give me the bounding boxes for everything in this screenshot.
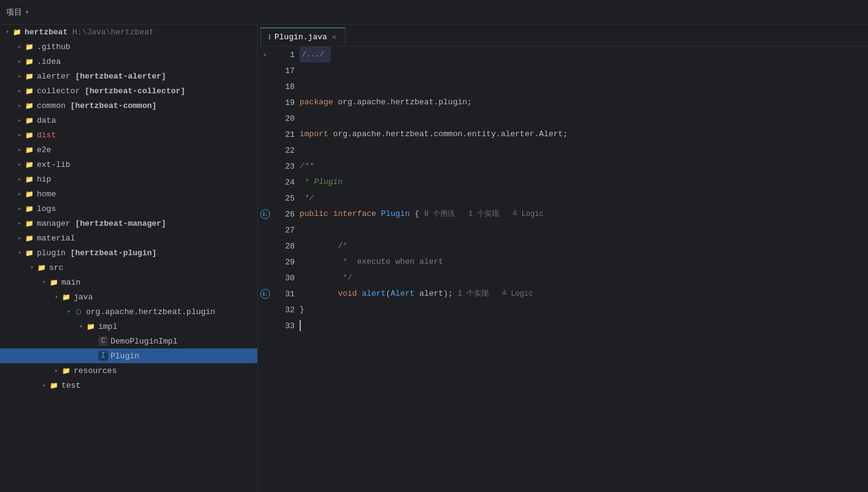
sidebar-item-impl-dir[interactable]: 📁 impl bbox=[0, 319, 257, 334]
sidebar-item-dist[interactable]: 📁 dist bbox=[0, 128, 257, 142]
expand-arrow[interactable] bbox=[15, 101, 25, 110]
java-impl-icon: C bbox=[98, 336, 108, 346]
sidebar-item-material[interactable]: 📁 material bbox=[0, 231, 257, 245]
main-layout: 📁 hertzbeat H:\Java\hertzbeat 📁 .github … bbox=[0, 25, 868, 492]
indent bbox=[300, 286, 338, 302]
folder-icon: 📁 bbox=[25, 174, 34, 184]
code-line-24: * Plugin bbox=[295, 174, 868, 190]
editor-area: ℹ Plugin.java ✕ 1 17 bbox=[258, 25, 868, 492]
code-content[interactable]: /.../ package org.apache.hertzbeat.plugi… bbox=[295, 47, 868, 492]
expand-arrow[interactable] bbox=[52, 292, 61, 302]
folder-icon: 📁 bbox=[49, 380, 59, 390]
gutter-fold[interactable] bbox=[258, 51, 273, 58]
expand-arrow[interactable] bbox=[52, 366, 61, 375]
gutter-impl-26[interactable]: ℹ↓ bbox=[258, 209, 273, 219]
sidebar-item-plugin[interactable]: 📁 plugin [hertzbeat-plugin] bbox=[0, 245, 257, 260]
space bbox=[328, 206, 333, 222]
expand-arrow[interactable] bbox=[39, 380, 49, 390]
line-number: 25 bbox=[273, 190, 295, 206]
sidebar-item-org-pkg[interactable]: ⬡ org.apache.hertzbeat.plugin bbox=[0, 304, 257, 319]
gutter-impl-31[interactable]: ℹ↓ bbox=[258, 289, 273, 299]
sidebar-item-ext-lib[interactable]: 📁 ext-lib bbox=[0, 157, 257, 172]
code-line-31: void alert ( Alert alert); 1 个实现 ≛ Logic bbox=[295, 286, 868, 302]
sidebar-item-collector[interactable]: 📁 collector [hertzbeat-collector] bbox=[0, 83, 257, 98]
tree-label: hip bbox=[37, 175, 51, 184]
sidebar-item-main[interactable]: 📁 main bbox=[0, 275, 257, 290]
sidebar-item-hertzbeat[interactable]: 📁 hertzbeat H:\Java\hertzbeat bbox=[0, 25, 257, 39]
expand-arrow[interactable] bbox=[15, 174, 25, 184]
expand-arrow[interactable] bbox=[15, 218, 25, 228]
javadoc-close: */ bbox=[300, 190, 314, 206]
expand-arrow[interactable] bbox=[15, 115, 25, 125]
tree-label: dist bbox=[37, 131, 56, 140]
folder-icon: 📁 bbox=[25, 101, 34, 110]
param-alert-name: alert); bbox=[414, 286, 452, 302]
line-number: 19 bbox=[273, 94, 295, 110]
impl-icon-31[interactable]: ℹ↓ bbox=[260, 289, 270, 299]
sidebar-item-common[interactable]: 📁 common [hertzbeat-common] bbox=[0, 98, 257, 113]
expand-arrow[interactable] bbox=[15, 145, 25, 155]
line-number: 1 bbox=[273, 47, 295, 63]
line-number: 32 bbox=[273, 302, 295, 318]
impl-hint-26: 8 个用法 1 个实现 ≛ Logic bbox=[424, 206, 543, 222]
sidebar-item-logs[interactable]: 📁 logs bbox=[0, 201, 257, 216]
expand-arrow[interactable] bbox=[64, 307, 74, 317]
expand-arrow[interactable] bbox=[76, 321, 86, 331]
expand-arrow[interactable] bbox=[15, 248, 25, 258]
sidebar-item-alerter[interactable]: 📁 alerter [hertzbeat-alerter] bbox=[0, 69, 257, 83]
package-icon: ⬡ bbox=[74, 307, 83, 317]
folder-open-icon: 📁 bbox=[61, 292, 71, 302]
code-editor[interactable]: 1 17 18 19 bbox=[258, 47, 868, 492]
tab-plugin-java[interactable]: ℹ Plugin.java ✕ bbox=[260, 28, 346, 46]
expand-arrow[interactable] bbox=[15, 71, 25, 81]
line-number: 17 bbox=[273, 63, 295, 79]
sidebar-item-manager[interactable]: 📁 manager [hertzbeat-manager] bbox=[0, 216, 257, 231]
expand-arrow[interactable] bbox=[15, 189, 25, 199]
line-number: 18 bbox=[273, 79, 295, 94]
expand-arrow[interactable] bbox=[15, 130, 25, 140]
expand-arrow[interactable] bbox=[27, 263, 37, 272]
line-number: 24 bbox=[273, 174, 295, 190]
header: 项目 ▾ bbox=[0, 0, 868, 25]
tab-close-button[interactable]: ✕ bbox=[331, 33, 338, 42]
tree-label: resources bbox=[74, 366, 117, 375]
keyword-void: void bbox=[338, 286, 357, 302]
expand-arrow[interactable] bbox=[2, 27, 12, 37]
sidebar-item-DemoPluginImpl[interactable]: ▸ C DemoPluginImpl bbox=[0, 334, 257, 348]
tree-label: home bbox=[37, 190, 56, 199]
sidebar-item-idea[interactable]: 📁 .idea bbox=[0, 54, 257, 69]
expand-arrow[interactable] bbox=[15, 204, 25, 213]
code-line-32: } bbox=[295, 302, 868, 318]
fold-icon[interactable] bbox=[260, 51, 270, 58]
import-path: org.apache.hertzbeat.common.entity.alert… bbox=[328, 126, 568, 142]
sidebar-item-resources[interactable]: 📁 resources bbox=[0, 363, 257, 378]
sidebar-item-github[interactable]: 📁 .github bbox=[0, 39, 257, 54]
folder-open-icon: 📁 bbox=[12, 27, 22, 37]
keyword-package: package bbox=[300, 94, 333, 110]
sidebar-item-src[interactable]: 📁 src bbox=[0, 260, 257, 275]
expand-arrow[interactable] bbox=[39, 277, 49, 287]
tree-label: alerter [hertzbeat-alerter] bbox=[37, 72, 166, 81]
expand-arrow[interactable] bbox=[15, 160, 25, 169]
expand-arrow[interactable] bbox=[15, 56, 25, 66]
code-line-18 bbox=[295, 79, 868, 94]
collapsed-code[interactable]: /.../ bbox=[300, 47, 331, 63]
expand-arrow[interactable] bbox=[15, 42, 25, 52]
sidebar-item-data[interactable]: 📁 data bbox=[0, 113, 257, 128]
method-alert: alert bbox=[362, 286, 386, 302]
expand-arrow[interactable] bbox=[15, 233, 25, 243]
sidebar-item-test[interactable]: 📁 test bbox=[0, 378, 257, 393]
sidebar-item-Plugin[interactable]: ▸ I Plugin bbox=[0, 348, 257, 363]
sidebar-item-e2e[interactable]: 📁 e2e bbox=[0, 142, 257, 157]
close-brace: } bbox=[300, 302, 304, 318]
project-chevron[interactable]: ▾ bbox=[25, 7, 29, 17]
expand-arrow[interactable] bbox=[15, 86, 25, 96]
param-alert-type: Alert bbox=[390, 286, 414, 302]
sidebar-item-java[interactable]: 📁 java bbox=[0, 290, 257, 304]
impl-icon-26[interactable]: ℹ↓ bbox=[260, 209, 270, 219]
code-line-28: /* bbox=[295, 238, 868, 254]
folder-open-icon: 📁 bbox=[49, 277, 59, 287]
sidebar-item-hip[interactable]: 📁 hip bbox=[0, 172, 257, 186]
sidebar-item-home[interactable]: 📁 home bbox=[0, 186, 257, 201]
line-number: 20 bbox=[273, 110, 295, 126]
